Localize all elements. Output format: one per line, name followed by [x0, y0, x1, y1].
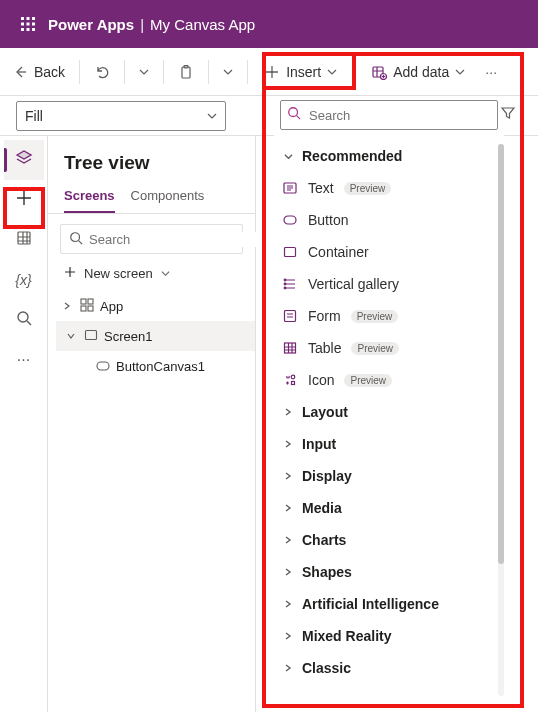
category-label: Classic [302, 660, 351, 676]
svg-rect-6 [21, 28, 24, 31]
svg-rect-3 [21, 23, 24, 26]
rail-variables[interactable]: {x} [4, 260, 44, 300]
insert-label: Insert [286, 64, 321, 80]
svg-rect-7 [27, 28, 30, 31]
category-display[interactable]: Display [274, 460, 504, 492]
tree-item-buttoncanvas1[interactable]: ButtonCanvas1 [56, 351, 255, 381]
rail-search[interactable] [4, 300, 44, 340]
plus-icon [15, 189, 33, 211]
insert-search-input[interactable] [309, 108, 477, 123]
item-label: Button [308, 212, 348, 228]
waffle-icon[interactable] [8, 4, 48, 44]
chevron-right-icon [282, 600, 294, 608]
tree-tabs: Screens Components [48, 182, 255, 214]
category-input[interactable]: Input [274, 428, 504, 460]
insert-item-vertical-gallery[interactable]: Vertical gallery [274, 268, 504, 300]
svg-point-22 [289, 108, 298, 117]
insert-item-text[interactable]: Text Preview [274, 172, 504, 204]
insert-button[interactable]: Insert [254, 56, 345, 88]
svg-rect-29 [285, 311, 296, 322]
category-label: Artificial Intelligence [302, 596, 439, 612]
screen-icon [84, 328, 98, 345]
chevron-down-icon [64, 332, 78, 340]
item-label: Container [308, 244, 369, 260]
rail-insert[interactable] [4, 180, 44, 220]
insert-search[interactable] [280, 100, 498, 130]
container-icon [282, 244, 298, 260]
svg-point-14 [18, 312, 28, 322]
svg-rect-25 [285, 248, 296, 257]
file-name: My Canvas App [150, 16, 255, 33]
add-data-label: Add data [393, 64, 449, 80]
svg-rect-16 [81, 299, 86, 304]
category-layout[interactable]: Layout [274, 396, 504, 428]
paste-button[interactable] [170, 56, 202, 88]
property-value: Fill [25, 108, 43, 124]
category-shapes[interactable]: Shapes [274, 556, 504, 588]
back-button[interactable]: Back [4, 56, 73, 88]
tree-item-app[interactable]: App [56, 291, 255, 321]
category-label: Mixed Reality [302, 628, 391, 644]
filter-icon[interactable] [501, 106, 515, 124]
insert-item-table[interactable]: Table Preview [274, 332, 504, 364]
insert-item-button[interactable]: Button [274, 204, 504, 236]
app-title: Power Apps | My Canvas App [48, 16, 255, 33]
rail-tree-view[interactable] [4, 140, 44, 180]
svg-point-15 [71, 232, 80, 241]
tab-components[interactable]: Components [131, 182, 205, 213]
insert-item-form[interactable]: Form Preview [274, 300, 504, 332]
chevron-right-icon [60, 302, 74, 310]
clipboard-icon [178, 64, 194, 80]
tree-search[interactable] [60, 224, 243, 254]
form-icon [282, 308, 298, 324]
tree-item-label: Screen1 [104, 329, 152, 344]
item-label: Icon [308, 372, 334, 388]
button-icon [96, 359, 110, 374]
category-mr[interactable]: Mixed Reality [274, 620, 504, 652]
category-media[interactable]: Media [274, 492, 504, 524]
category-recommended[interactable]: Recommended [274, 140, 504, 172]
search-icon [16, 310, 32, 330]
svg-rect-18 [81, 306, 86, 311]
new-screen-button[interactable]: New screen [48, 260, 255, 287]
category-label: Input [302, 436, 336, 452]
category-label: Charts [302, 532, 346, 548]
text-icon [282, 180, 298, 196]
tree-item-screen1[interactable]: Screen1 [56, 321, 255, 351]
flyout-scrollbar-thumb[interactable] [498, 144, 504, 564]
category-label: Media [302, 500, 342, 516]
insert-item-icon[interactable]: Icon Preview [274, 364, 504, 396]
undo-split-button[interactable] [131, 56, 157, 88]
preview-badge: Preview [344, 182, 392, 195]
overflow-button[interactable]: ··· [475, 56, 507, 88]
svg-rect-9 [182, 67, 190, 78]
rail-more[interactable]: ··· [4, 340, 44, 380]
category-label: Layout [302, 404, 348, 420]
svg-rect-8 [32, 28, 35, 31]
preview-badge: Preview [351, 310, 399, 323]
category-classic[interactable]: Classic [274, 652, 504, 684]
plus-icon [264, 64, 280, 80]
svg-rect-4 [27, 23, 30, 26]
chevron-right-icon [282, 632, 294, 640]
chevron-right-icon [282, 472, 294, 480]
svg-rect-32 [292, 382, 295, 385]
property-dropdown[interactable]: Fill [16, 101, 226, 131]
title-bar: Power Apps | My Canvas App [0, 0, 538, 48]
svg-rect-21 [97, 362, 109, 370]
chevron-right-icon [282, 568, 294, 576]
undo-button[interactable] [86, 56, 118, 88]
chevron-right-icon [282, 440, 294, 448]
category-ai[interactable]: Artificial Intelligence [274, 588, 504, 620]
preview-badge: Preview [351, 342, 399, 355]
preview-badge: Preview [344, 374, 392, 387]
add-data-button[interactable]: Add data [363, 56, 473, 88]
category-charts[interactable]: Charts [274, 524, 504, 556]
insert-item-container[interactable]: Container [274, 236, 504, 268]
svg-rect-24 [284, 216, 296, 224]
rail-data[interactable] [4, 220, 44, 260]
panel-title: Tree view [48, 148, 255, 182]
paste-split-button[interactable] [215, 56, 241, 88]
tab-screens[interactable]: Screens [64, 182, 115, 213]
tree-search-input[interactable] [89, 232, 257, 247]
